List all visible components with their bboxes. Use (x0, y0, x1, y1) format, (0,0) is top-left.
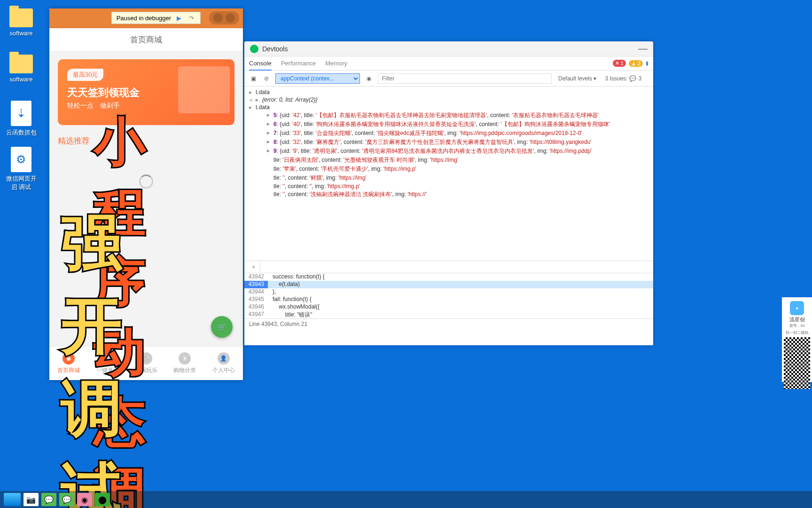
code-line: 43943 e(t.data) (244, 281, 653, 288)
log-line: tle: '苹果', content: '手机壳可爱卡通少', img: 'ht… (244, 165, 653, 174)
console-output[interactable]: ▸t.data ◂▸{error: 0, list: Array(2)} ▸t.… (244, 87, 653, 261)
taskbar-item[interactable]: 💬 (59, 493, 74, 506)
code-line: 43945fail: function(t) { (244, 296, 653, 303)
desktop-icon-label: 云函数抓包 (6, 129, 37, 136)
desktop-icon-label: 微信网页开启 调试 (6, 175, 37, 190)
tabbar-home[interactable]: ◉首页商城 (49, 347, 88, 380)
log-line: ▸9: {uid: '9', title: '透明皂家', content: '… (244, 147, 653, 156)
phone-top-bar: Paused in debugger ▶ ↷ (49, 8, 243, 28)
source-tab[interactable]: × (244, 261, 260, 273)
taskbar-item[interactable]: ◉ (77, 493, 92, 506)
log-line: {error: 0, list: Array(2)} (262, 96, 318, 103)
taskbar: 📷 💬 💬 ◉ ⬤ (0, 491, 812, 508)
status-bar: Line 43943, Column 21 (244, 318, 653, 329)
log-levels[interactable]: Default levels ▾ (558, 75, 596, 82)
sources-panel: × 43942success: function(t) {43943 e(t.d… (244, 261, 653, 329)
code-editor[interactable]: 43942success: function(t) {43943 e(t.dat… (244, 273, 653, 318)
code-line: 43942success: function(t) { (244, 273, 653, 281)
qr-panel: ✦ 流星创 群号：93 扫一扫二维码 (782, 297, 812, 382)
start-button[interactable] (4, 493, 21, 506)
log-line: tle: '', content: '鲜膜', img: 'https://im… (244, 174, 653, 183)
tab-console[interactable]: Console (249, 60, 272, 71)
code-line: 43947 title: "错误" (244, 311, 653, 318)
context-select[interactable]: appContext (contex... (275, 73, 360, 84)
cart-fab[interactable]: 🛒 (211, 316, 233, 338)
console-toolbar: ▣ ⊘ appContext (contex... ◉ Default leve… (244, 71, 653, 87)
category-tabs[interactable]: 精选推荐 (58, 135, 234, 146)
home-icon: ◉ (62, 352, 75, 365)
minimize-button[interactable]: — (638, 43, 648, 54)
taskbar-item[interactable]: ⬤ (95, 493, 110, 506)
log-line: tle: '日夜俩用太阳', content: '光墨镜驾驶夜视开车 时尚潮',… (244, 156, 653, 165)
qr-code (784, 337, 810, 389)
sidebar-toggle-icon[interactable]: ▣ (249, 74, 258, 83)
tabbar-shop[interactable]: ¥购物分类 (165, 347, 204, 380)
taskbar-item[interactable]: 📷 (23, 493, 39, 506)
fork-icon: 🍴 (140, 352, 152, 365)
source-tabs: × (244, 261, 653, 273)
resume-icon[interactable]: ▶ (175, 14, 183, 22)
live-expression-icon[interactable]: ◉ (365, 74, 373, 83)
step-icon[interactable]: ↷ (187, 14, 195, 22)
page-title: 首页商城 (49, 28, 243, 51)
log-line: tle: '', content: '', img: 'https://img.… (244, 183, 653, 190)
debugger-controls: Paused in debugger ▶ ↷ (111, 11, 239, 24)
taskbar-item[interactable]: 💬 (41, 493, 56, 506)
debugger-label: Paused in debugger (117, 15, 171, 22)
log-line: ▸7: {uid: '33', title: '合金指尖陀螺', content… (244, 129, 653, 138)
log-line: tle: '', content: '洗锅刷洗碗神器清洁 洗碗刷抹布', img… (244, 190, 653, 199)
code-line: 43944}, (244, 288, 653, 296)
error-badge[interactable]: ✕ 1 (613, 60, 626, 67)
tabbar-profile[interactable]: 👤个人中心 (204, 347, 243, 380)
desktop-icon-file[interactable]: ⇣云函数抓包 (5, 101, 38, 137)
log-line: ▸6: {uid: '40', title: '狗狗沐浴露杀菌杀螨宠物专用猫咪沐… (244, 120, 653, 129)
phone-simulator: Paused in debugger ▶ ↷ 首页商城 最高30元 天天签到领现… (49, 8, 243, 380)
brand-sub: 群号：93 (784, 323, 810, 328)
close-icon[interactable]: × (252, 264, 255, 270)
brand-icon: ✦ (790, 301, 804, 315)
tabbar-food[interactable]: 🍴吃喝玩乐 (127, 347, 165, 380)
desktop-icon-file[interactable]: ⚙微信网页开启 调试 (5, 147, 38, 191)
phone-content: 最高30元 天天签到领现金 轻松一点 做剁手 精选推荐 (49, 51, 243, 346)
desktop-icon-folder[interactable]: software (5, 8, 38, 37)
log-line: ▸5: {uid: '42', title: '【包邮】衣服粘毛器衣物剃毛器去毛… (244, 111, 653, 120)
brand-name: 流星创 (784, 316, 810, 323)
log-line: ▸8: {uid: '32', title: '麻将魔方', content: … (244, 138, 653, 147)
cart-icon: 🛒 (217, 323, 226, 332)
issues-link[interactable]: 3 Issues: 💬 3 (605, 75, 641, 82)
desktop-icon-label: software (9, 30, 32, 37)
user-icon: 👤 (218, 352, 230, 365)
code-line: 43946 wx.showModal({ (244, 303, 653, 311)
promo-card[interactable]: 最高30元 天天签到领现金 轻松一点 做剁手 (58, 59, 234, 125)
log-line: t.data (256, 104, 270, 111)
tabbar-direct[interactable]: ⌂一键直达 (88, 347, 126, 380)
devtools-tabs: Console Performance Memory ✕ 1 ▲ 2 ▮ (244, 56, 653, 71)
debugger-status: Paused in debugger ▶ ↷ (111, 12, 201, 24)
tab-performance[interactable]: Performance (281, 60, 316, 67)
desktop-icon-label: software (9, 76, 32, 83)
loading-spinner (139, 175, 153, 189)
warn-badge[interactable]: ▲ 2 (629, 60, 643, 67)
devtools-window: Devtools — Console Performance Memory ✕ … (244, 41, 653, 345)
log-line: t.data (256, 89, 270, 95)
tab-memory[interactable]: Memory (325, 60, 347, 67)
qr-scan-label: 扫一扫二维码 (784, 330, 810, 335)
devtools-title: Devtools (262, 45, 288, 53)
clear-console-icon[interactable]: ⊘ (262, 74, 271, 83)
yen-icon: ¥ (179, 352, 191, 365)
settings-icon[interactable]: ▮ (646, 60, 648, 66)
capsule-buttons[interactable] (209, 11, 239, 24)
filter-input[interactable] (378, 73, 552, 84)
tab-featured[interactable]: 精选推荐 (58, 135, 90, 146)
house-icon: ⌂ (102, 352, 114, 365)
devtools-icon (250, 45, 258, 53)
promo-badge: 最高30元 (67, 69, 103, 81)
devtools-titlebar: Devtools — (244, 41, 653, 56)
promo-illustration (178, 66, 230, 113)
bottom-tabbar: ◉首页商城 ⌂一键直达 🍴吃喝玩乐 ¥购物分类 👤个人中心 (49, 346, 243, 380)
desktop-icon-folder[interactable]: software (5, 55, 38, 83)
